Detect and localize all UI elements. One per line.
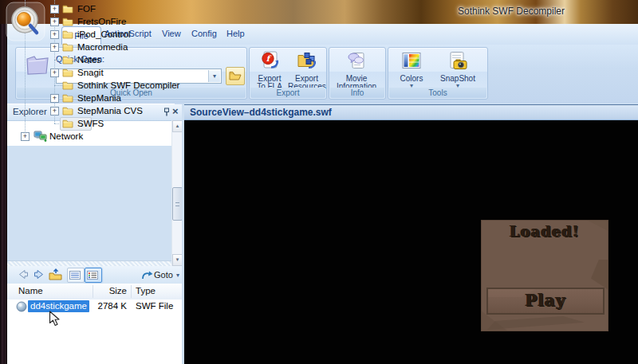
export-to-fla-button[interactable]: f Export To FLA [251,49,288,87]
expander-icon[interactable]: + [50,18,59,26]
group-info: Movie Information Info [329,47,386,100]
browse-open-button[interactable] [226,67,245,85]
column-header-size[interactable]: Size [95,286,127,296]
flash-document-icon: f [259,50,280,72]
tree-vertical-scrollbar[interactable]: ▲ ▼ [171,120,183,266]
expander-icon[interactable]: + [50,5,59,14]
group-caption-info: Info [330,88,384,98]
expander-icon[interactable]: + [50,94,59,103]
tab-view[interactable]: View [162,29,181,38]
tree-item-stepmania-cvs[interactable]: + StepMania CVS [0,104,160,117]
tree-item-macromedia[interactable]: + Macromedia [0,41,160,53]
file-row-dd4stickgame[interactable]: dd4stickgame 2784 K SWF File [7,300,182,314]
snapshot-camera-icon [447,50,468,72]
tree-item-snagit[interactable]: + Snagit [0,66,160,79]
file-browser-toolbar: Goto ▾ [7,266,182,284]
combo-dropdown-icon[interactable]: ▾ [208,70,220,82]
flash-preview: Loaded! Play [481,220,608,331]
swf-file-icon [16,301,27,312]
open-folder-icon [229,70,242,81]
group-caption-tools: Tools [389,88,486,98]
loaded-text: Loaded! [481,223,608,240]
folder-icon [62,29,73,39]
tree-stub [54,60,62,61]
folder-icon [62,42,73,52]
folder-icon [62,17,73,26]
window-title: Sothink SWF Decompiler [443,6,579,17]
expander-icon[interactable]: + [21,132,30,141]
expander-icon[interactable]: + [50,30,59,39]
column-separator[interactable] [131,285,132,298]
back-icon[interactable] [17,268,30,280]
play-button[interactable]: Play [486,288,605,315]
play-button-label: Play [488,291,603,310]
export-resources-button[interactable]: Export Resources [288,49,325,87]
tree-item-swfs[interactable]: SWFS [0,117,160,130]
movie-information-icon [346,50,367,72]
pin-icon[interactable] [162,108,171,117]
expander-icon[interactable]: + [50,43,59,52]
up-folder-icon[interactable] [49,268,63,281]
file-size: 2784 K [87,301,127,311]
folder-icon [62,80,73,90]
file-table-header: Name Size Type [7,284,182,300]
mouse-cursor-icon [49,311,61,327]
list-view-button[interactable] [67,268,85,283]
tab-help[interactable]: Help [226,29,245,38]
movie-information-button[interactable]: Movie Information [331,49,382,87]
folder-icon [62,4,73,14]
details-view-button[interactable] [85,268,102,283]
group-caption-export: Export [250,88,325,98]
folder-icon [62,55,73,65]
group-tools: Colors ▾ SnapShot ▾ Tools [388,47,488,100]
colors-palette-icon [402,50,421,72]
expander-icon[interactable]: + [50,107,59,115]
list-view-icon [69,271,81,280]
explorer-close-icon[interactable]: × [172,105,179,117]
expander-icon[interactable]: + [50,68,59,77]
colors-button[interactable]: Colors ▾ [392,49,431,87]
snapshot-button[interactable]: SnapShot ▾ [433,49,482,87]
file-type: SWF File [136,301,173,311]
forward-icon[interactable] [33,268,45,280]
tree-item-network[interactable]: + Network [0,130,160,143]
column-header-name[interactable]: Name [18,286,43,296]
folder-icon [62,119,73,128]
tree-item-stepmania[interactable]: + StepMania [0,92,160,104]
group-export: f Export To FLA Export Resources [249,47,327,100]
app-logo-button[interactable] [6,2,45,41]
scroll-down-icon: ▼ [175,257,180,262]
folder-icon [62,93,73,103]
scroll-up-icon: ▲ [175,123,180,128]
app-window: Sothink SWF Decompiler File ActionScript… [0,0,638,364]
texture-patch [591,260,608,290]
tree-item-notes[interactable]: Notes [0,53,160,66]
resources-folder-icon [297,50,317,72]
details-view-icon [87,271,98,280]
goto-dropdown-icon[interactable]: ▾ [176,272,179,279]
tree-stub [54,85,62,86]
goto-label[interactable]: Goto [154,270,173,280]
column-separator[interactable] [93,285,93,298]
tab-config[interactable]: Config [191,29,217,38]
file-list: dd4stickgame 2784 K SWF File [7,299,182,364]
sothink-logo-icon [6,2,45,41]
folder-icon [62,68,73,77]
folder-icon [62,106,73,115]
column-header-type[interactable]: Type [136,286,156,296]
tree-item-sothink-swf-decompiler[interactable]: Sothink SWF Decompiler [0,79,167,92]
network-icon [33,131,47,142]
goto-icon[interactable] [141,270,153,280]
source-view-tab-title: SourceView–dd4stickgame.swf [190,107,332,118]
